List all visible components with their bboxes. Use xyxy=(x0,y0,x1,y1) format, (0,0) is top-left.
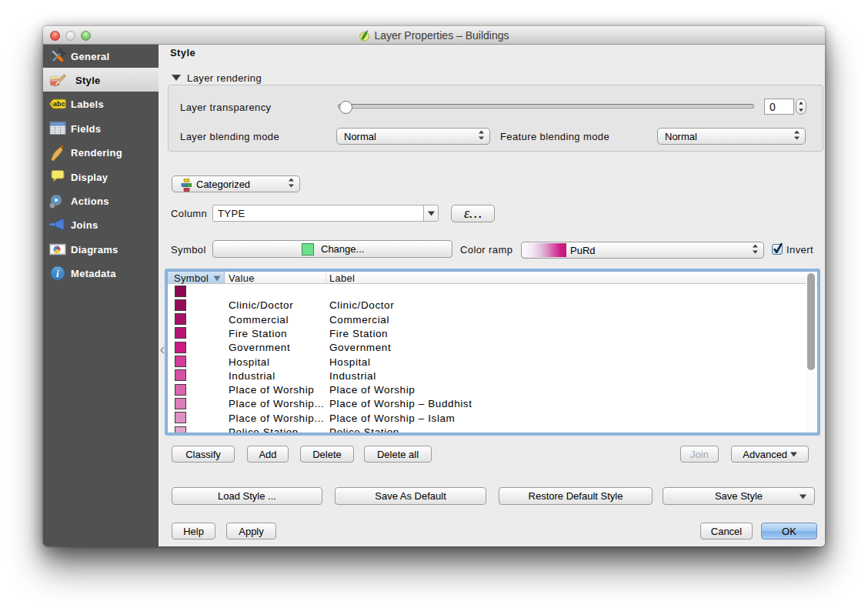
svg-text:i: i xyxy=(56,268,59,279)
svg-text:abc: abc xyxy=(53,100,65,108)
